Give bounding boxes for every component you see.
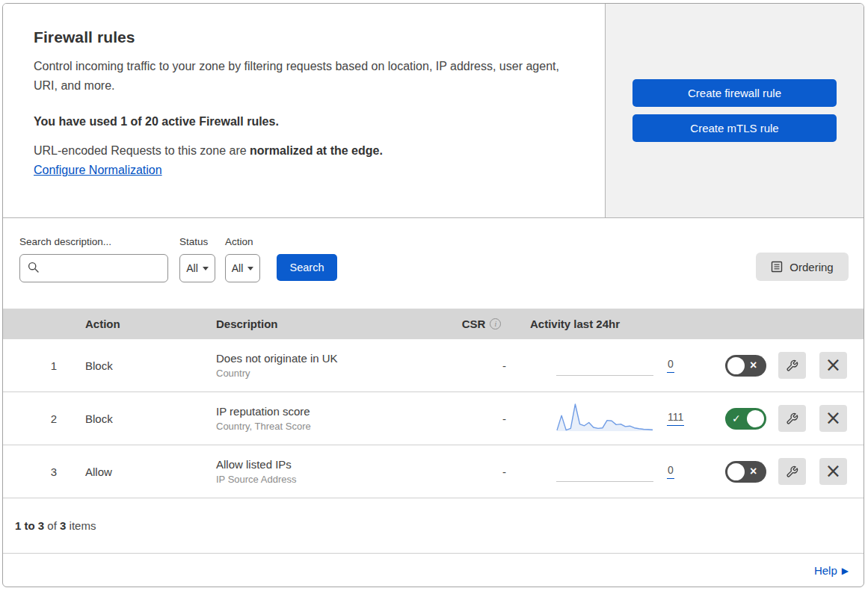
chevron-down-icon: [203, 267, 209, 270]
rule-fields: Country: [216, 368, 437, 379]
wrench-icon: [786, 359, 798, 372]
search-icon: [28, 262, 40, 273]
edit-rule-button[interactable]: [778, 405, 806, 432]
search-input-wrap: [19, 254, 168, 282]
pagination-total: 3: [60, 519, 66, 532]
action-value: All: [232, 262, 244, 274]
close-icon: ×: [825, 461, 842, 480]
rule-description: Does not originate in UK Country: [205, 352, 437, 379]
status-dropdown[interactable]: All: [179, 254, 215, 282]
rule-activity: 0: [526, 349, 698, 382]
activity-sparkline-empty: [556, 349, 653, 382]
rule-controls: ✓ ×: [698, 405, 864, 432]
column-activity: Activity last 24hr: [526, 318, 698, 330]
search-button[interactable]: Search: [277, 254, 337, 281]
delete-rule-button[interactable]: ×: [819, 458, 847, 485]
wrench-icon: [786, 412, 798, 425]
rule-action: Allow: [74, 465, 205, 478]
activity-count-link[interactable]: 0: [667, 358, 674, 373]
rule-description: Allow listed IPs IP Source Address: [205, 458, 437, 485]
create-mtls-rule-button[interactable]: Create mTLS rule: [632, 114, 837, 142]
action-label: Action: [225, 236, 260, 247]
rule-title: Allow listed IPs: [216, 458, 437, 471]
toggle-off-x-icon: ×: [750, 359, 757, 371]
rule-fields: IP Source Address: [216, 474, 437, 485]
activity-sparkline-empty: [556, 455, 653, 488]
normalization-note: URL-encoded Requests to this zone are no…: [34, 144, 575, 158]
rule-number: 2: [3, 412, 74, 425]
status-label: Status: [179, 236, 215, 247]
wrench-icon: [786, 465, 798, 478]
create-firewall-rule-button[interactable]: Create firewall rule: [632, 79, 837, 107]
rule-enabled-toggle[interactable]: ×: [725, 461, 766, 483]
page-description: Control incoming traffic to your zone by…: [34, 57, 568, 96]
usage-summary: You have used 1 of 20 active Firewall ru…: [34, 115, 575, 129]
status-value: All: [186, 262, 198, 274]
toggle-knob: [747, 410, 764, 427]
configure-normalization-link[interactable]: Configure Normalization: [34, 164, 162, 177]
rule-csr: -: [437, 465, 526, 478]
rule-enabled-toggle[interactable]: ✓: [725, 408, 766, 430]
help-link[interactable]: Help: [814, 564, 837, 577]
toggle-on-check-icon: ✓: [732, 413, 741, 424]
rule-fields: Country, Threat Score: [216, 421, 437, 432]
normalization-text: URL-encoded Requests to this zone are: [34, 144, 247, 157]
toggle-knob: [727, 463, 745, 480]
toggle-knob: [727, 357, 745, 374]
rule-title: Does not originate in UK: [216, 352, 437, 365]
normalization-bold: normalized at the edge.: [250, 144, 383, 157]
firewall-rules-card: Firewall rules Control incoming traffic …: [2, 3, 864, 587]
header-section: Firewall rules Control incoming traffic …: [3, 4, 864, 218]
activity-count-link[interactable]: 0: [667, 464, 674, 479]
rule-controls: × ×: [698, 458, 864, 485]
ordering-list-icon: [771, 261, 783, 273]
ordering-button-label: Ordering: [789, 261, 833, 273]
header-text-area: Firewall rules Control incoming traffic …: [3, 4, 606, 217]
table-header: Action Description CSR i Activity last 2…: [3, 309, 864, 339]
pagination-of: of: [47, 519, 57, 532]
search-label: Search description...: [19, 236, 168, 247]
action-dropdown[interactable]: All: [225, 254, 260, 282]
table-row: 1 Block Does not originate in UK Country…: [3, 339, 864, 392]
pagination-bar: 1 to 3 of 3 items: [3, 498, 864, 554]
delete-rule-button[interactable]: ×: [819, 405, 847, 432]
rule-csr: -: [437, 359, 526, 372]
rule-description: IP reputation score Country, Threat Scor…: [205, 405, 437, 432]
rule-enabled-toggle[interactable]: ×: [725, 355, 766, 377]
delete-rule-button[interactable]: ×: [819, 352, 847, 379]
column-csr: CSR i: [437, 318, 526, 330]
search-input[interactable]: [19, 254, 168, 282]
page-title: Firewall rules: [34, 28, 575, 46]
info-icon[interactable]: i: [490, 318, 501, 329]
rule-title: IP reputation score: [216, 405, 437, 418]
pagination-range: 1 to 3: [15, 519, 44, 532]
status-filter-group: Status All: [179, 236, 215, 282]
activity-sparkline: [556, 402, 653, 435]
column-csr-label: CSR: [462, 318, 486, 330]
rule-number: 1: [3, 359, 74, 372]
pagination-items: items: [70, 519, 96, 532]
table-row: 2 Block IP reputation score Country, Thr…: [3, 392, 864, 445]
rule-number: 3: [3, 465, 74, 478]
column-description: Description: [205, 318, 437, 330]
toggle-off-x-icon: ×: [750, 465, 757, 477]
close-icon: ×: [825, 408, 842, 427]
column-action: Action: [74, 318, 205, 330]
search-field-group: Search description...: [19, 236, 168, 282]
action-filter-group: Action All: [225, 236, 260, 282]
rule-csr: -: [437, 412, 526, 425]
filters-bar: Search description... Status All Action: [3, 218, 864, 309]
arrow-right-icon[interactable]: ▶: [842, 566, 849, 576]
rule-activity: 0: [526, 455, 698, 488]
close-icon: ×: [825, 355, 842, 374]
rule-action: Block: [74, 359, 205, 372]
chevron-down-icon: [247, 267, 253, 270]
activity-count-link[interactable]: 111: [667, 411, 684, 426]
ordering-button[interactable]: Ordering: [756, 253, 849, 281]
rule-activity: 111: [526, 402, 698, 435]
table-row: 3 Allow Allow listed IPs IP Source Addre…: [3, 445, 864, 498]
rule-controls: × ×: [698, 352, 864, 379]
edit-rule-button[interactable]: [778, 352, 806, 379]
rule-action: Block: [74, 412, 205, 425]
edit-rule-button[interactable]: [778, 458, 806, 485]
